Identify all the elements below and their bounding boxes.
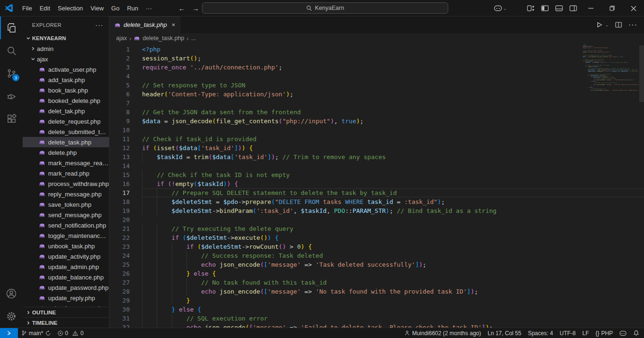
code-line[interactable]: // No task found with this task_id: [142, 278, 644, 287]
tab-delete-task[interactable]: delete_task.php ×: [109, 17, 180, 33]
split-editor-button[interactable]: [615, 22, 622, 28]
code-content[interactable]: <?phpsession_start();require_once '../au…: [142, 45, 644, 328]
code-line[interactable]: }: [142, 296, 644, 305]
code-line[interactable]: echo json_encode(['message' => 'No task …: [142, 287, 644, 296]
source-control-icon[interactable]: 3: [0, 62, 23, 84]
code-line[interactable]: } else {: [142, 305, 644, 314]
folder-item-ajax[interactable]: ajax: [23, 54, 109, 64]
indentation-status[interactable]: Spaces: 4: [525, 328, 556, 338]
code-line[interactable]: // Try executing the delete query: [142, 224, 644, 233]
file-item-update_admin.php[interactable]: update_admin.php: [23, 262, 109, 272]
file-item-delete.php[interactable]: delete.php: [23, 147, 109, 158]
code-line[interactable]: require_once '../auth/connection.php';: [142, 63, 644, 72]
menu-edit[interactable]: Edit: [36, 3, 54, 14]
code-line[interactable]: echo json_encode(['message' => 'Failed t…: [142, 323, 644, 328]
git-branch-status[interactable]: main*: [18, 328, 54, 338]
code-line[interactable]: <?php: [142, 45, 644, 54]
code-line[interactable]: [142, 72, 644, 81]
code-line[interactable]: // Check if the task ID is not empty: [142, 170, 644, 179]
file-item-add_task.php[interactable]: add_task.php: [23, 75, 109, 85]
encoding-status[interactable]: UTF-8: [556, 328, 579, 338]
workspace-root[interactable]: KENYAEARN: [23, 33, 109, 43]
menu-[interactable]: ···: [142, 3, 156, 14]
command-center-search[interactable]: KenyaEarn: [202, 2, 448, 14]
run-debug-icon[interactable]: [0, 84, 23, 107]
code-line[interactable]: if ($deleteStmt->execute()) {: [142, 233, 644, 242]
code-line[interactable]: // Success response: Task deleted: [142, 251, 644, 260]
explorer-icon[interactable]: [0, 17, 23, 39]
file-item-upload_payment.php[interactable]: upload_payment.php: [23, 303, 109, 307]
search-sidebar-icon[interactable]: [0, 39, 23, 62]
code-line[interactable]: $deleteStmt = $pdo->prepare("DELETE FROM…: [142, 197, 644, 206]
file-item-send_notification.php[interactable]: send_notification.php: [23, 220, 109, 230]
vertical-scrollbar[interactable]: [639, 45, 644, 102]
nav-back-button[interactable]: ←: [178, 4, 185, 12]
eol-status[interactable]: LF: [579, 328, 592, 338]
code-line[interactable]: // Set response type to JSON: [142, 81, 644, 90]
code-line[interactable]: [142, 215, 644, 224]
menu-selection[interactable]: Selection: [54, 3, 86, 14]
extensions-icon[interactable]: [0, 107, 23, 130]
cursor-position-status[interactable]: Ln 17, Col 55: [485, 328, 525, 338]
code-line[interactable]: } else {: [142, 269, 644, 278]
file-item-process_withdraw.php[interactable]: process_withdraw.php: [23, 178, 109, 189]
explorer-more-icon[interactable]: ···: [95, 21, 103, 29]
breadcrumb-file[interactable]: delete_task.php: [142, 35, 184, 42]
code-line[interactable]: // Check if task_id is provided: [142, 135, 644, 144]
run-php-button[interactable]: ⌄: [596, 22, 609, 28]
remote-indicator[interactable]: [0, 328, 18, 338]
file-item-send_message.php[interactable]: send_message.php: [23, 210, 109, 220]
toggle-panel-button[interactable]: [552, 2, 566, 15]
toggle-secondary-sidebar-button[interactable]: [566, 2, 580, 15]
minimap[interactable]: <?phpsession_start();require_once '../au…: [583, 44, 638, 91]
accounts-icon[interactable]: [0, 282, 23, 305]
file-item-update_reply.php[interactable]: update_reply.php: [23, 293, 109, 303]
code-line[interactable]: if (isset($data['task_id'])) {: [142, 144, 644, 152]
close-window-button[interactable]: [623, 0, 644, 17]
file-item-update_password.php[interactable]: update_password.php: [23, 282, 109, 293]
file-item-delete_task.php[interactable]: delete_task.php: [23, 137, 109, 147]
code-line[interactable]: // Get the JSON data sent from the front…: [142, 108, 644, 117]
code-line[interactable]: if ($deleteStmt->rowCount() > 0) {: [142, 242, 644, 251]
outline-section[interactable]: OUTLINE: [23, 307, 109, 317]
restore-button[interactable]: [602, 0, 623, 17]
editor-more-icon[interactable]: ···: [628, 21, 637, 29]
copilot-menu[interactable]: ⌄: [494, 5, 507, 11]
code-line[interactable]: if (!empty($taskId)) {: [142, 179, 644, 188]
file-item-reply_message.php[interactable]: reply_message.php: [23, 189, 109, 199]
file-item-save_token.php[interactable]: save_token.php: [23, 199, 109, 210]
settings-gear-icon[interactable]: [0, 305, 23, 328]
breadcrumb[interactable]: ajax › delete_task.php › ...: [109, 33, 644, 43]
file-item-update_balance.php[interactable]: update_balance.php: [23, 272, 109, 282]
code-line[interactable]: $taskId = trim($data['task_id']); // Tri…: [142, 152, 644, 161]
code-line[interactable]: header('Content-Type: application/json')…: [142, 90, 644, 99]
file-item-delete_request.php[interactable]: delete_request.php: [23, 116, 109, 127]
file-item-activate_user.php[interactable]: activate_user.php: [23, 64, 109, 75]
git-blame-status[interactable]: Muindi6602 (2 months ago): [401, 328, 484, 338]
notifications-bell[interactable]: [630, 328, 644, 338]
file-item-toggle_maintenance.php[interactable]: toggle_maintenance.php: [23, 230, 109, 241]
copilot-status[interactable]: [616, 328, 630, 338]
breadcrumb-more[interactable]: ...: [191, 35, 196, 42]
file-item-booked_delete.php[interactable]: booked_delete.php: [23, 95, 109, 106]
code-line[interactable]: echo json_encode(['message' => 'Task del…: [142, 260, 644, 269]
code-line[interactable]: // SQL execution error: [142, 314, 644, 323]
menu-view[interactable]: View: [87, 3, 108, 14]
menu-go[interactable]: Go: [108, 3, 123, 14]
breadcrumb-folder[interactable]: ajax: [116, 35, 127, 42]
tab-close-icon[interactable]: ×: [172, 21, 176, 28]
file-item-delete_submitted_task....[interactable]: delete_submitted_task....: [23, 127, 109, 137]
code-line[interactable]: $deleteStmt->bindParam(':task_id', $task…: [142, 206, 644, 215]
code-editor[interactable]: 1234567891011121314151617181920212223242…: [109, 43, 644, 328]
file-item-unbook_task.php[interactable]: unbook_task.php: [23, 241, 109, 251]
code-line[interactable]: [142, 99, 644, 108]
file-item-book_task.php[interactable]: book_task.php: [23, 85, 109, 95]
menu-run[interactable]: Run: [123, 3, 142, 14]
code-line[interactable]: $data = json_decode(file_get_contents("p…: [142, 117, 644, 126]
nav-forward-button[interactable]: →: [192, 4, 199, 12]
language-mode-status[interactable]: {} PHP: [592, 328, 616, 338]
customize-layout-button[interactable]: [524, 2, 538, 15]
menu-file[interactable]: File: [18, 3, 36, 14]
folder-item-admin[interactable]: admin: [23, 43, 109, 54]
file-item-update_activity.php[interactable]: update_activity.php: [23, 251, 109, 262]
